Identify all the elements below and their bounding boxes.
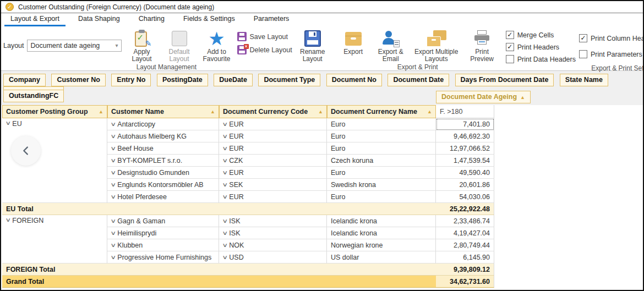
currency-name-cell[interactable]: Norwegian krone [327,239,436,251]
export-multiple-layouts-button[interactable]: Export Multiple Layouts [411,28,462,63]
tab-parameters[interactable]: Parameters [248,13,296,26]
currency-name-cell[interactable]: Euro [327,130,436,142]
collapse-chevron-icon[interactable]: ∨ [110,169,116,175]
column-header[interactable]: Document Currency Code▲ [219,105,327,118]
currency-code-cell[interactable]: ∨CZK [219,155,327,167]
collapse-chevron-icon[interactable]: ∨ [222,145,228,151]
field-chip-days-from-document-date[interactable]: Days From Document Date [455,74,554,86]
merge-cells-checkbox[interactable]: ✓ Merge Cells [506,31,576,39]
add-to-favourite-button[interactable]: ★ Add to Favourite [200,28,234,63]
value-cell[interactable]: 2,33,486.74 [436,215,494,227]
grand-total-value[interactable]: 34,62,731.60 [436,276,494,288]
group-total-value[interactable]: 9,39,809.12 [436,263,494,276]
customer-cell[interactable]: ∨Hotel Pferdesee [107,191,219,203]
delete-layout-button[interactable]: ✕ Delete Layout [237,45,292,54]
field-chip-company[interactable]: Company [3,74,46,86]
collapse-chevron-icon[interactable]: ∨ [5,217,11,223]
customer-cell[interactable]: ∨Heimilisprydi [107,227,219,239]
collapse-chevron-icon[interactable]: ∨ [110,230,116,236]
collapse-chevron-icon[interactable]: ∨ [110,194,116,200]
collapse-chevron-icon[interactable]: ∨ [222,218,228,224]
field-chip-due-date[interactable]: DueDate [214,74,253,86]
print-headers-checkbox[interactable]: ✓ Print Headers [506,43,576,51]
currency-code-cell[interactable]: ∨SEK [219,179,327,191]
currency-code-cell[interactable]: ∨EUR [219,130,327,142]
field-chip-outstanding-fc[interactable]: OutstandingFC [3,90,64,102]
group-total-label[interactable]: FOREIGN Total [2,263,436,276]
rename-layout-button[interactable]: Rename Layout [296,28,330,63]
currency-code-cell[interactable]: ∨EUR [219,167,327,179]
currency-name-cell[interactable]: Icelandic krona [327,227,436,239]
value-cell[interactable]: 2,80,749.44 [436,239,494,251]
column-header[interactable]: Document Currency Name▲ [327,105,436,118]
tab-charting[interactable]: Charting [133,13,171,26]
save-layout-button[interactable]: Save Layout [237,32,292,41]
value-cell[interactable]: 4,19,427.04 [436,227,494,239]
back-button[interactable] [11,136,41,166]
collapse-chevron-icon[interactable]: ∨ [222,254,228,260]
currency-code-cell[interactable]: ∨EUR [219,142,327,155]
print-data-headers-checkbox[interactable]: Print Data Headers [506,55,576,63]
group-total-value[interactable]: 25,22,922.48 [436,203,494,215]
currency-code-cell[interactable]: ∨EUR [219,191,327,203]
customer-cell[interactable]: ∨Autohaus Mielberg KG [107,130,219,142]
column-header[interactable]: Customer Posting Group▲ [2,105,107,118]
value-cell[interactable]: 1,47,539.54 [436,155,494,167]
tab-data-shaping[interactable]: Data Shaping [72,13,126,26]
customer-cell[interactable]: ∨Beef House [107,142,219,155]
collapse-chevron-icon[interactable]: ∨ [5,120,11,126]
currency-code-cell[interactable]: ∨ISK [219,215,327,227]
currency-code-cell[interactable]: ∨ISK [219,227,327,239]
field-chip-state-name[interactable]: State Name [560,74,608,86]
value-cell[interactable]: 6,145.90 [436,251,494,263]
field-chip-document-date[interactable]: Document Date [388,74,449,86]
collapse-chevron-icon[interactable]: ∨ [222,157,228,163]
field-chip-customer-no[interactable]: Customer No [51,74,105,86]
field-chip-entry-no[interactable]: Entry No [111,74,151,86]
apply-layout-button[interactable]: ✓✎ Apply Layout [125,28,159,63]
customer-cell[interactable]: ∨Designstudio Gmunden [107,167,219,179]
collapse-chevron-icon[interactable]: ∨ [222,169,228,175]
currency-name-cell[interactable]: Euro [327,191,436,203]
export-button[interactable]: Export [336,28,370,56]
export-email-button[interactable]: Export & Email [374,28,408,63]
field-chip-document-no[interactable]: Document No [326,74,382,86]
currency-name-cell[interactable]: Euro [327,118,436,130]
currency-code-cell[interactable]: ∨USD [219,251,327,263]
collapse-chevron-icon[interactable]: ∨ [222,242,228,248]
currency-name-cell[interactable]: Czech koruna [327,155,436,167]
field-chip-document-type[interactable]: Document Type [258,74,320,86]
layout-select[interactable]: Document date ageing ▾ [27,40,122,52]
currency-name-cell[interactable]: Icelandic krona [327,215,436,227]
currency-name-cell[interactable]: Euro [327,142,436,155]
collapse-chevron-icon[interactable]: ∨ [222,230,228,236]
print-column-headers-checkbox[interactable]: ✓ Print Column Headers [579,34,644,42]
customer-cell[interactable]: ∨Progressive Home Furnishings [107,251,219,263]
value-cell[interactable]: 20,601.86 [436,179,494,191]
customer-cell[interactable]: ∨Antarcticopy [107,118,219,130]
field-chip-document-date-ageing[interactable]: Document Date Ageing▲ [436,91,531,103]
value-cell[interactable]: 9,46,692.30 [436,130,494,142]
collapse-chevron-icon[interactable]: ∨ [110,157,116,163]
value-cell[interactable]: 54,030.06 [436,191,494,203]
collapse-chevron-icon[interactable]: ∨ [110,182,116,188]
collapse-chevron-icon[interactable]: ∨ [110,254,116,260]
print-preview-button[interactable]: Print Preview [465,28,499,63]
collapse-chevron-icon[interactable]: ∨ [110,218,116,224]
collapse-chevron-icon[interactable]: ∨ [222,121,228,127]
collapse-chevron-icon[interactable]: ∨ [110,121,116,127]
field-chip-posting-date[interactable]: PostingDate [157,74,208,86]
column-header[interactable]: Customer Name▲ [107,105,219,118]
collapse-chevron-icon[interactable]: ∨ [222,194,228,200]
currency-code-cell[interactable]: ∨EUR [219,118,327,130]
customer-cell[interactable]: ∨Klubben [107,239,219,251]
customer-cell[interactable]: ∨Gagn & Gaman [107,215,219,227]
currency-code-cell[interactable]: ∨NOK [219,239,327,251]
tab-layout-export[interactable]: Layout & Export [4,13,66,26]
default-layout-button[interactable]: Default Layout [162,28,197,63]
group-total-label[interactable]: EU Total [2,203,436,215]
currency-name-cell[interactable]: US dollar [327,251,436,263]
collapse-chevron-icon[interactable]: ∨ [110,145,116,151]
customer-cell[interactable]: ∨Englunds Kontorsmöbler AB [107,179,219,191]
value-cell[interactable]: 7,401.80 [436,118,494,130]
